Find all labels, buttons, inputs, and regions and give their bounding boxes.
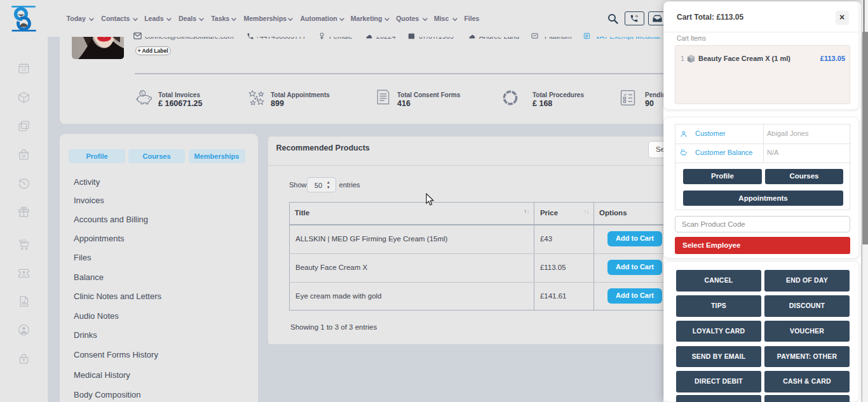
svg-text:12: 12 <box>22 67 27 72</box>
